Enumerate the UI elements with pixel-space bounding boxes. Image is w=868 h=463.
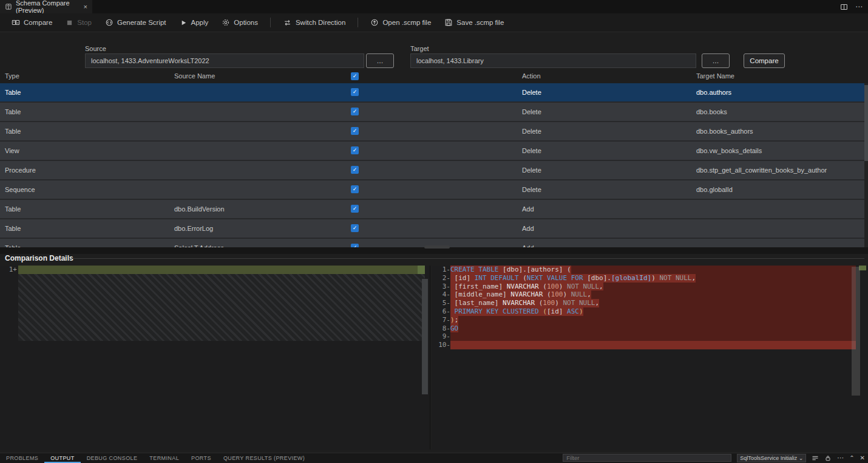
- panel-tab-output[interactable]: OUTPUT: [44, 453, 80, 463]
- compare-run-button[interactable]: Compare: [744, 53, 785, 68]
- grid-scrollbar-thumb[interactable]: [864, 85, 868, 161]
- target-label: Target: [410, 45, 429, 52]
- panel-tab-debug-console[interactable]: DEBUG CONSOLE: [81, 453, 144, 463]
- table-row[interactable]: TableDeletedbo.books: [0, 103, 864, 122]
- diff-added-overview-mark: [418, 266, 425, 274]
- output-lines-icon[interactable]: [812, 454, 819, 462]
- panel-maximize-icon[interactable]: ⌃: [849, 454, 854, 461]
- row-target-name: dbo.globalId: [696, 186, 733, 193]
- table-row[interactable]: TableDeletedbo.books_authors: [0, 122, 864, 142]
- row-include-checkbox[interactable]: [351, 205, 359, 213]
- diff-line-content: [450, 332, 856, 341]
- toolbar-separator: [358, 18, 358, 27]
- table-row[interactable]: TableDeletedbo.authors: [0, 83, 864, 103]
- grid-scrollbar[interactable]: [864, 83, 868, 247]
- diff-line: 6- PRIMARY KEY CLUSTERED ([id] ASC): [432, 307, 868, 316]
- source-browse-button[interactable]: …: [366, 53, 394, 68]
- output-filter-input[interactable]: [563, 454, 731, 462]
- compare-icon: [12, 18, 20, 27]
- row-include-checkbox[interactable]: [351, 185, 359, 193]
- diff-line-number: 1-: [432, 266, 450, 274]
- tab-close-icon[interactable]: ×: [84, 3, 87, 10]
- tab-schema-compare[interactable]: Schema Compare (Preview) ×: [0, 0, 92, 13]
- comparison-details-title: Comparison Details: [5, 254, 73, 262]
- column-header-target-name[interactable]: Target Name: [696, 72, 734, 80]
- row-type: Table: [5, 128, 21, 135]
- editor-tab-bar: Schema Compare (Preview) × ⋯: [0, 0, 868, 13]
- column-header-source-name[interactable]: Source Name: [174, 72, 215, 80]
- compare-toolbar-button[interactable]: Compare: [5, 16, 59, 29]
- save-scmp-toolbar-button[interactable]: Save .scmp file: [438, 16, 510, 29]
- differences-grid-header: Type Source Name Action Target Name: [0, 70, 864, 83]
- left-editor-scrollbar[interactable]: [422, 279, 428, 394]
- row-type: View: [5, 147, 19, 154]
- diff-target-editor[interactable]: 1-CREATE TABLE [dbo].[authors] (2- [id] …: [432, 266, 868, 450]
- diff-line-content: [id] INT DEFAULT (NEXT VALUE FOR [dbo].[…: [450, 274, 856, 283]
- row-include-checkbox[interactable]: [351, 127, 359, 135]
- diff-line: 8-GO: [432, 324, 868, 333]
- row-action: Delete: [522, 89, 541, 96]
- source-label: Source: [85, 45, 106, 52]
- output-channel-select[interactable]: SqlToolsService Initializ ⌄: [737, 454, 806, 462]
- diff-line-number: 10-: [432, 341, 450, 349]
- target-browse-button[interactable]: …: [702, 53, 730, 68]
- panel-tab-ports[interactable]: PORTS: [185, 453, 217, 463]
- lock-scroll-icon[interactable]: [824, 454, 832, 462]
- diff-line-number: 2-: [432, 274, 450, 283]
- diff-source-editor[interactable]: 1+: [0, 266, 429, 450]
- target-input[interactable]: [410, 53, 696, 68]
- panel-tab-terminal[interactable]: TERMINAL: [143, 453, 185, 463]
- table-row[interactable]: SequenceDeletedbo.globalId: [0, 180, 864, 200]
- table-row[interactable]: Tabledbo.ErrorLogAdd: [0, 219, 864, 239]
- column-header-action[interactable]: Action: [522, 72, 541, 80]
- row-source-name: dbo.BuildVersion: [174, 205, 225, 213]
- apply-toolbar-button[interactable]: Apply: [173, 16, 215, 29]
- row-action: Delete: [522, 108, 541, 115]
- generate-script-toolbar-button[interactable]: Generate Script: [98, 16, 173, 29]
- panel-tab-problems[interactable]: PROBLEMS: [0, 453, 44, 463]
- split-editor-icon[interactable]: [840, 3, 848, 11]
- right-editor-scrollbar[interactable]: [852, 267, 860, 396]
- row-target-name: dbo.stp_get_all_cowritten_books_by_autho…: [696, 166, 827, 174]
- panel-more-actions-icon[interactable]: ⋯: [837, 454, 844, 462]
- diff-line: 4- [middle_name] NVARCHAR (100) NULL,: [432, 290, 868, 299]
- table-row[interactable]: Tabledbo.BuildVersionAdd: [0, 200, 864, 219]
- diff-line-content: [middle_name] NVARCHAR (100) NULL,: [450, 290, 856, 299]
- row-include-checkbox[interactable]: [351, 108, 359, 115]
- diff-line: 10-: [432, 341, 868, 349]
- select-all-checkbox[interactable]: [351, 72, 359, 80]
- row-include-checkbox[interactable]: [351, 166, 359, 174]
- diff-line-content: );: [450, 316, 856, 324]
- options-toolbar-button[interactable]: Options: [215, 16, 265, 29]
- panel-close-icon[interactable]: ✕: [860, 454, 865, 461]
- switch-direction-toolbar-button[interactable]: Switch Direction: [276, 16, 352, 29]
- row-action: Delete: [522, 128, 541, 135]
- row-include-checkbox[interactable]: [351, 88, 359, 96]
- schema-compare-tab-icon: [5, 3, 12, 10]
- table-row[interactable]: ProcedureDeletedbo.stp_get_all_cowritten…: [0, 161, 864, 180]
- panel-tab-query-results[interactable]: QUERY RESULTS (PREVIEW): [217, 453, 311, 463]
- row-include-checkbox[interactable]: [351, 146, 359, 154]
- diff-line-content: [last_name] NVARCHAR (100) NOT NULL,: [450, 299, 856, 307]
- row-type: Sequence: [5, 186, 35, 193]
- row-action: Delete: [522, 186, 541, 193]
- row-target-name: dbo.books_authors: [696, 128, 753, 135]
- row-target-name: dbo.vw_books_details: [696, 147, 762, 154]
- editor-more-actions-icon[interactable]: ⋯: [855, 2, 863, 11]
- source-input[interactable]: [85, 53, 364, 68]
- open-scmp-toolbar-button[interactable]: Open .scmp file: [364, 16, 438, 29]
- diff-line: 1-CREATE TABLE [dbo].[authors] (: [432, 266, 868, 274]
- tab-title: Schema Compare (Preview): [16, 0, 79, 14]
- diff-line-number: 3-: [432, 283, 450, 291]
- diff-line: 9-: [432, 332, 868, 341]
- diff-line-number: 6-: [432, 307, 450, 316]
- diff-line-number: 9-: [432, 332, 450, 341]
- table-row[interactable]: ViewDeletedbo.vw_books_details: [0, 142, 864, 161]
- column-header-type[interactable]: Type: [5, 72, 19, 80]
- diff-removed-placeholder-hatch: [18, 274, 425, 341]
- stop-icon: [66, 19, 73, 27]
- row-include-checkbox[interactable]: [351, 224, 359, 232]
- diff-line-content: PRIMARY KEY CLUSTERED ([id] ASC): [450, 307, 856, 316]
- row-type: Table: [5, 108, 21, 115]
- panel-resize-handle[interactable]: [424, 245, 450, 249]
